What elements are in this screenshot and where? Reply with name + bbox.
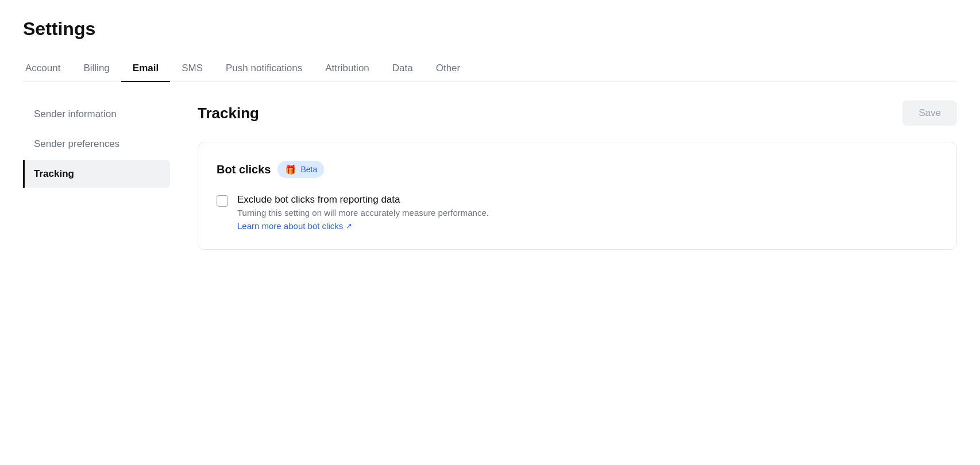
- sidebar-item-tracking[interactable]: Tracking: [23, 160, 170, 188]
- bot-clicks-card: Bot clicks 🎁 Beta Exclude bot clicks fro…: [198, 142, 957, 250]
- checkbox-description: Turning this setting on will more accura…: [237, 208, 489, 218]
- card-section-title: Bot clicks 🎁 Beta: [217, 161, 938, 178]
- sidebar: Sender information Sender preferences Tr…: [23, 100, 184, 250]
- bot-clicks-title: Bot clicks: [217, 163, 271, 176]
- beta-badge: 🎁 Beta: [277, 161, 324, 178]
- save-button[interactable]: Save: [902, 100, 957, 126]
- tab-billing[interactable]: Billing: [72, 56, 121, 82]
- tab-account[interactable]: Account: [23, 56, 72, 82]
- checkbox-content: Exclude bot clicks from reporting data T…: [237, 194, 489, 231]
- tab-data[interactable]: Data: [381, 56, 425, 82]
- sidebar-item-sender-information[interactable]: Sender information: [23, 100, 170, 128]
- checkbox-row: Exclude bot clicks from reporting data T…: [217, 194, 938, 231]
- page-title: Settings: [23, 18, 957, 40]
- main-header: Tracking Save: [198, 100, 957, 126]
- beta-label: Beta: [300, 165, 317, 174]
- exclude-bot-clicks-checkbox[interactable]: [217, 195, 228, 207]
- main-content: Tracking Save Bot clicks 🎁 Beta Exclude …: [184, 100, 957, 250]
- sidebar-item-sender-preferences[interactable]: Sender preferences: [23, 130, 170, 158]
- external-link-icon: ↗︎: [346, 222, 352, 230]
- tab-push-notifications[interactable]: Push notifications: [214, 56, 314, 82]
- tab-sms[interactable]: SMS: [170, 56, 214, 82]
- page-container: Settings Account Billing Email SMS Push …: [0, 0, 980, 268]
- content-layout: Sender information Sender preferences Tr…: [23, 100, 957, 250]
- tab-attribution[interactable]: Attribution: [314, 56, 381, 82]
- gift-icon: 🎁: [284, 163, 297, 176]
- learn-more-link[interactable]: Learn more about bot clicks ↗︎: [237, 221, 489, 231]
- tab-other[interactable]: Other: [425, 56, 472, 82]
- section-title: Tracking: [198, 104, 259, 122]
- tab-email[interactable]: Email: [121, 56, 170, 82]
- checkbox-label: Exclude bot clicks from reporting data: [237, 194, 489, 206]
- learn-more-text: Learn more about bot clicks: [237, 221, 343, 231]
- tabs-bar: Account Billing Email SMS Push notificat…: [23, 56, 957, 82]
